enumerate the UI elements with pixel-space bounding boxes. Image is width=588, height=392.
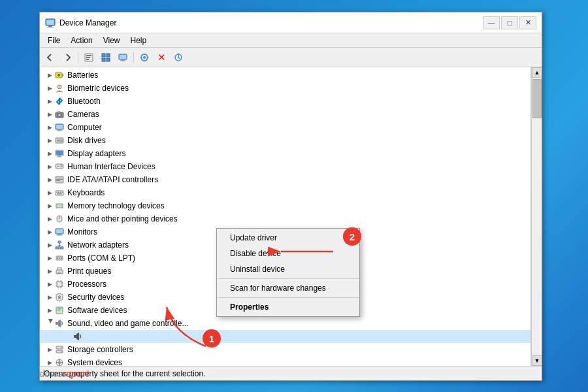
svg-point-71 — [57, 257, 58, 259]
menu-view[interactable]: View — [98, 35, 125, 46]
tree-item-hid[interactable]: ▶ Human Interface Devices — [40, 160, 531, 173]
expand-arrow: ▶ — [45, 110, 54, 119]
expand-arrow: ▶ — [45, 123, 54, 132]
svg-rect-49 — [56, 192, 57, 193]
scroll-thumb[interactable] — [532, 79, 542, 118]
memory-icon — [54, 201, 65, 211]
menu-action[interactable]: Action — [65, 35, 97, 46]
back-button[interactable] — [42, 50, 58, 65]
tree-item-memory[interactable]: ▶ Memory technology devices — [40, 199, 531, 212]
tree-item-mice[interactable]: ▶ Mice and other pointing devices — [40, 212, 531, 225]
scroll-up-button[interactable]: ▲ — [532, 67, 542, 78]
software-label: Software devices — [67, 306, 127, 315]
scrollbar[interactable]: ▲ ▼ — [531, 67, 542, 366]
cameras-label: Cameras — [67, 110, 99, 119]
expand-arrow: ▶ — [45, 175, 54, 184]
ctx-properties[interactable]: Properties — [217, 299, 359, 315]
svg-rect-65 — [61, 247, 63, 249]
scroll-down-button[interactable]: ▼ — [532, 355, 542, 366]
print-label: Print queues — [67, 267, 111, 276]
tree-item-display[interactable]: ▶ Display adapters — [40, 147, 531, 160]
tree-item-keyboards[interactable]: ▶ Keyboards — [40, 186, 531, 199]
toolbar-view-btn[interactable] — [98, 50, 114, 65]
svg-rect-46 — [56, 179, 63, 180]
computer-label: Computer — [67, 123, 102, 132]
sound-sub-icon — [73, 331, 83, 342]
batteries-label: Batteries — [67, 71, 98, 80]
bluetooth-icon — [54, 96, 65, 106]
maximize-button[interactable]: □ — [501, 16, 518, 29]
expand-arrow: ▶ — [45, 358, 54, 366]
expand-arrow: ▶ — [45, 267, 54, 276]
annotation-2-label: 2 — [350, 231, 355, 242]
diskdrives-icon — [54, 135, 65, 146]
biometric-label: Biometric devices — [67, 84, 129, 93]
svg-point-43 — [61, 167, 62, 168]
toolbar-monitor-btn[interactable] — [115, 50, 131, 65]
expand-arrow: ▶ — [45, 306, 54, 315]
annotation-1: 1 — [203, 329, 221, 348]
toolbar-disable-btn[interactable]: ✕ — [154, 50, 169, 65]
tree-item-batteries[interactable]: ▶ Batteries — [40, 69, 531, 82]
display-label: Display adapters — [67, 149, 125, 158]
toolbar-properties-btn[interactable] — [81, 50, 97, 65]
tree-item-sound-sub[interactable] — [40, 330, 531, 343]
forward-button[interactable] — [59, 50, 75, 65]
tree-item-storage[interactable]: ▶ Storage controllers — [40, 343, 531, 356]
toolbar-scan-btn[interactable] — [137, 50, 152, 65]
system-icon — [54, 357, 65, 366]
mice-label: Mice and other pointing devices — [67, 214, 178, 223]
menu-help[interactable]: Help — [125, 35, 152, 46]
mice-icon — [54, 214, 65, 224]
ctx-separator-1 — [217, 278, 359, 279]
ports-icon — [54, 253, 65, 263]
expand-arrow: ▶ — [45, 280, 54, 289]
svg-rect-79 — [57, 282, 61, 286]
svg-rect-62 — [58, 241, 61, 243]
svg-rect-91 — [57, 308, 61, 310]
security-label: Security devices — [67, 293, 124, 302]
svg-rect-56 — [59, 204, 60, 208]
tree-item-system[interactable]: ▶ System devices — [40, 356, 531, 366]
diskdrives-label: Disk drives — [67, 136, 106, 145]
svg-rect-8 — [102, 54, 105, 57]
svg-rect-52 — [62, 192, 63, 193]
svg-rect-59 — [56, 229, 63, 234]
tree-item-ide[interactable]: ▶ IDE ATA/ATAPI controllers — [40, 173, 531, 186]
menu-file[interactable]: File — [42, 35, 65, 46]
device-tree[interactable]: ▶ Batteries ▶ Biometric devices ▶ — [40, 67, 531, 366]
watermark-dows: dows — [39, 368, 63, 379]
tree-item-biometric[interactable]: ▶ Biometric devices — [40, 82, 531, 95]
cameras-icon — [54, 109, 65, 120]
svg-rect-1 — [48, 25, 52, 27]
annotation-1-label: 1 — [209, 333, 214, 344]
svg-rect-75 — [57, 268, 61, 270]
svg-point-73 — [61, 257, 62, 259]
memory-label: Memory technology devices — [67, 201, 165, 210]
svg-point-97 — [61, 347, 62, 348]
tree-item-sound[interactable]: ▶ Sound, video and game controlle... — [40, 317, 531, 330]
svg-rect-94 — [74, 335, 76, 338]
svg-rect-12 — [119, 54, 127, 59]
keyboards-label: Keyboards — [67, 188, 105, 197]
minimize-button[interactable]: — — [483, 16, 500, 29]
svg-rect-45 — [56, 178, 63, 178]
watermark: dowsreport — [39, 368, 89, 379]
svg-point-22 — [57, 85, 61, 89]
system-label: System devices — [67, 358, 122, 366]
close-button[interactable]: ✕ — [519, 16, 536, 29]
svg-rect-26 — [56, 124, 63, 129]
svg-rect-53 — [57, 193, 62, 195]
toolbar-update-btn[interactable] — [171, 50, 186, 65]
tree-item-bluetooth[interactable]: ▶ Bluetooth — [40, 95, 531, 108]
network-label: Network adapters — [67, 240, 129, 250]
title-bar: Device Manager — □ ✕ — [40, 12, 542, 33]
svg-point-98 — [61, 351, 62, 352]
tree-item-diskdrives[interactable]: ▶ Disk drives — [40, 134, 531, 147]
ctx-scan[interactable]: Scan for hardware changes — [217, 280, 359, 296]
svg-rect-28 — [57, 131, 62, 131]
svg-rect-19 — [62, 74, 63, 76]
svg-rect-34 — [56, 151, 63, 155]
tree-item-computer[interactable]: ▶ Computer — [40, 121, 531, 134]
tree-item-cameras[interactable]: ▶ Cameras — [40, 108, 531, 121]
